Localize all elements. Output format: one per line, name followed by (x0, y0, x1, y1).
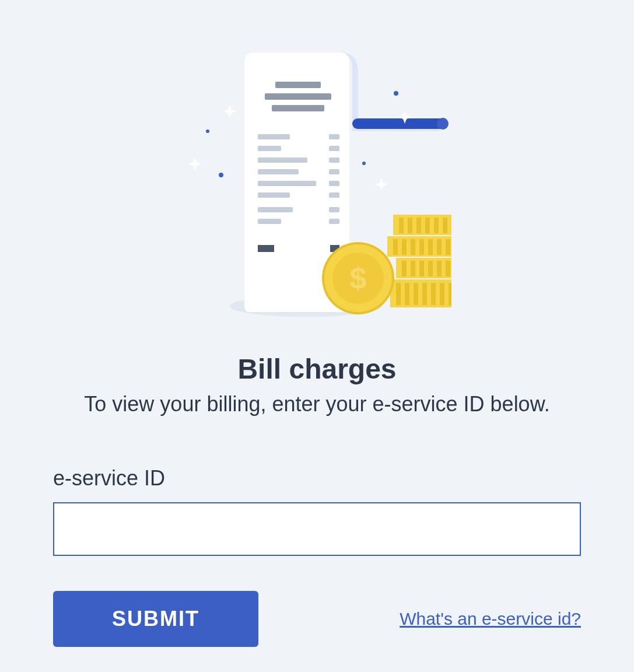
svg-rect-30 (443, 218, 447, 233)
svg-text:$: $ (349, 261, 366, 295)
svg-rect-56 (431, 283, 436, 305)
eservice-help-link[interactable]: What's an e-service id? (400, 609, 581, 629)
svg-rect-15 (329, 146, 339, 151)
svg-rect-13 (258, 219, 281, 224)
svg-rect-54 (414, 283, 418, 305)
svg-rect-40 (446, 239, 450, 255)
svg-rect-22 (258, 245, 274, 252)
page-title: Bill charges (237, 353, 396, 385)
svg-point-67 (219, 173, 223, 177)
eservice-id-input[interactable] (53, 502, 581, 556)
svg-rect-53 (405, 283, 409, 305)
submit-button[interactable]: SUBMIT (53, 591, 258, 647)
svg-rect-44 (411, 261, 415, 276)
svg-rect-29 (434, 218, 439, 233)
svg-rect-45 (419, 261, 424, 276)
eservice-form: e-service ID SUBMIT What's an e-service … (53, 466, 581, 647)
svg-rect-21 (329, 219, 339, 224)
svg-rect-10 (258, 181, 316, 186)
svg-rect-55 (422, 283, 427, 305)
svg-rect-37 (419, 239, 424, 255)
svg-rect-38 (428, 239, 433, 255)
svg-rect-58 (449, 283, 451, 305)
svg-rect-4 (265, 93, 331, 100)
svg-point-66 (206, 130, 209, 133)
eservice-id-label: e-service ID (53, 466, 581, 491)
svg-rect-17 (329, 169, 339, 174)
svg-rect-46 (428, 261, 433, 276)
svg-rect-43 (402, 261, 407, 276)
svg-rect-57 (440, 283, 444, 305)
bill-illustration: $ (183, 50, 451, 318)
svg-rect-34 (393, 239, 398, 255)
svg-rect-28 (425, 218, 430, 233)
svg-rect-36 (411, 239, 415, 255)
svg-point-64 (394, 91, 398, 96)
svg-rect-14 (329, 134, 339, 139)
svg-rect-47 (437, 261, 442, 276)
svg-rect-35 (402, 239, 407, 255)
svg-rect-27 (416, 218, 421, 233)
svg-rect-16 (329, 158, 339, 163)
svg-rect-25 (399, 218, 404, 233)
svg-rect-39 (437, 239, 442, 255)
svg-point-65 (362, 162, 366, 165)
svg-rect-48 (446, 261, 450, 276)
svg-rect-9 (258, 169, 299, 174)
svg-rect-7 (258, 146, 281, 151)
svg-rect-18 (329, 181, 339, 186)
svg-rect-20 (329, 207, 339, 212)
svg-rect-19 (329, 192, 339, 198)
svg-rect-26 (408, 218, 412, 233)
svg-rect-3 (275, 82, 321, 88)
svg-point-2 (437, 118, 449, 130)
form-actions: SUBMIT What's an e-service id? (53, 591, 581, 647)
svg-rect-1 (352, 118, 446, 129)
svg-rect-52 (396, 283, 401, 305)
svg-rect-12 (258, 207, 293, 212)
svg-rect-8 (258, 158, 307, 163)
svg-rect-5 (272, 105, 324, 111)
svg-rect-11 (258, 192, 290, 198)
svg-rect-6 (258, 134, 290, 139)
page-subtitle: To view your billing, enter your e-servi… (84, 392, 549, 416)
